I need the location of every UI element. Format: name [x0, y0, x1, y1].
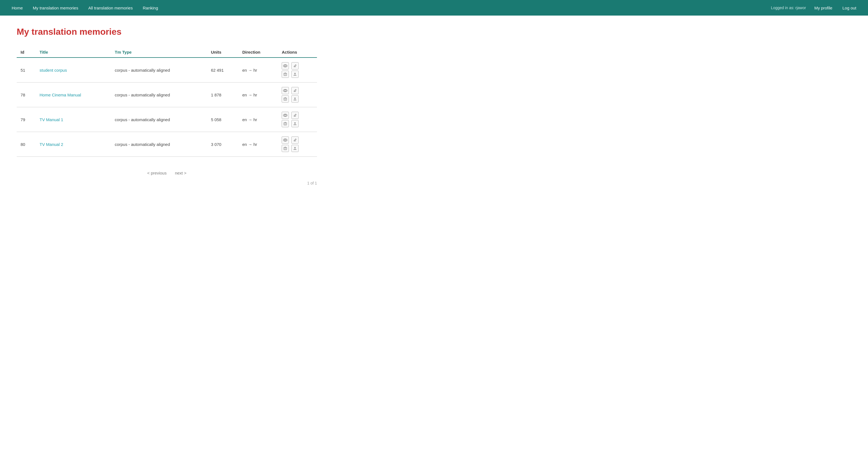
- main-content: My translation memories Id Title Tm Type…: [0, 15, 334, 199]
- view-icon[interactable]: [282, 87, 289, 94]
- cell-title: TV Manual 2: [36, 132, 111, 157]
- cell-id: 51: [17, 58, 36, 83]
- svg-rect-19: [284, 123, 287, 125]
- pagination: < previous next >: [17, 165, 317, 178]
- col-direction: Direction: [238, 47, 278, 58]
- svg-rect-3: [284, 73, 287, 75]
- delete-icon[interactable]: [282, 95, 289, 102]
- cell-direction: en → hr: [238, 58, 278, 83]
- export-icon[interactable]: [291, 120, 299, 127]
- table-row: 78 Home Cinema Manual corpus - automatic…: [17, 83, 317, 107]
- nav-my-profile[interactable]: My profile: [809, 6, 837, 10]
- cell-tmtype: corpus - automatically aligned: [111, 107, 207, 132]
- delete-icon[interactable]: [282, 120, 289, 127]
- actions-grid: [282, 136, 300, 152]
- col-units: Units: [207, 47, 239, 58]
- edit-icon[interactable]: [291, 87, 299, 94]
- tm-title-link[interactable]: TV Manual 1: [39, 117, 63, 122]
- cell-units: 62 491: [207, 58, 239, 83]
- cell-title: student corpus: [36, 58, 111, 83]
- page-counter: 1 of 1: [17, 178, 317, 188]
- tm-title-link[interactable]: TV Manual 2: [39, 142, 63, 147]
- edit-icon[interactable]: [291, 136, 299, 144]
- next-button[interactable]: next >: [175, 171, 186, 175]
- table-row: 80 TV Manual 2 corpus - automatically al…: [17, 132, 317, 157]
- cell-direction: en → hr: [238, 132, 278, 157]
- col-actions: Actions: [278, 47, 317, 58]
- table-row: 51 student corpus corpus - automatically…: [17, 58, 317, 83]
- page-title: My translation memories: [17, 27, 317, 37]
- nav-left: Home My translation memories All transla…: [7, 6, 771, 10]
- export-icon[interactable]: [291, 71, 299, 78]
- export-icon[interactable]: [291, 95, 299, 102]
- cell-units: 3 070: [207, 132, 239, 157]
- tm-title-link[interactable]: student corpus: [39, 68, 67, 72]
- cell-id: 79: [17, 107, 36, 132]
- nav-right: Logged in as: rjawor My profile Log out: [771, 6, 861, 10]
- svg-point-8: [284, 90, 286, 91]
- col-id: Id: [17, 47, 36, 58]
- cell-direction: en → hr: [238, 83, 278, 107]
- prev-button[interactable]: < previous: [147, 171, 167, 175]
- table-header-row: Id Title Tm Type Units Direction Actions: [17, 47, 317, 58]
- col-title: Title: [36, 47, 111, 58]
- edit-icon[interactable]: [291, 112, 299, 119]
- cell-units: 1 878: [207, 83, 239, 107]
- svg-point-0: [284, 65, 286, 67]
- table-header: Id Title Tm Type Units Direction Actions: [17, 47, 317, 58]
- actions-grid: [282, 112, 300, 127]
- cell-units: 5 058: [207, 107, 239, 132]
- tm-title-link[interactable]: Home Cinema Manual: [39, 93, 81, 97]
- view-icon[interactable]: [282, 136, 289, 144]
- cell-id: 80: [17, 132, 36, 157]
- cell-direction: en → hr: [238, 107, 278, 132]
- logged-in-label: Logged in as: rjawor: [771, 6, 809, 10]
- table-row: 79 TV Manual 1 corpus - automatically al…: [17, 107, 317, 132]
- nav-all-tm[interactable]: All translation memories: [83, 6, 137, 10]
- col-tmtype: Tm Type: [111, 47, 207, 58]
- cell-actions: [278, 107, 317, 132]
- export-icon[interactable]: [291, 145, 299, 152]
- cell-actions: [278, 83, 317, 107]
- cell-tmtype: corpus - automatically aligned: [111, 83, 207, 107]
- nav-ranking[interactable]: Ranking: [137, 6, 163, 10]
- nav-my-tm[interactable]: My translation memories: [28, 6, 83, 10]
- actions-grid: [282, 62, 300, 78]
- cell-title: Home Cinema Manual: [36, 83, 111, 107]
- cell-actions: [278, 132, 317, 157]
- navbar: Home My translation memories All transla…: [0, 0, 868, 15]
- view-icon[interactable]: [282, 112, 289, 119]
- cell-tmtype: corpus - automatically aligned: [111, 58, 207, 83]
- cell-title: TV Manual 1: [36, 107, 111, 132]
- svg-rect-27: [284, 148, 287, 150]
- edit-icon[interactable]: [291, 62, 299, 69]
- actions-grid: [282, 87, 300, 102]
- delete-icon[interactable]: [282, 145, 289, 152]
- nav-home[interactable]: Home: [7, 6, 28, 10]
- nav-logout[interactable]: Log out: [837, 6, 861, 10]
- view-icon[interactable]: [282, 62, 289, 69]
- svg-point-16: [284, 115, 286, 116]
- tm-table: Id Title Tm Type Units Direction Actions…: [17, 47, 317, 157]
- svg-rect-11: [284, 98, 287, 100]
- delete-icon[interactable]: [282, 71, 289, 78]
- svg-point-24: [284, 139, 286, 141]
- table-body: 51 student corpus corpus - automatically…: [17, 58, 317, 157]
- cell-id: 78: [17, 83, 36, 107]
- cell-actions: [278, 58, 317, 83]
- cell-tmtype: corpus - automatically aligned: [111, 132, 207, 157]
